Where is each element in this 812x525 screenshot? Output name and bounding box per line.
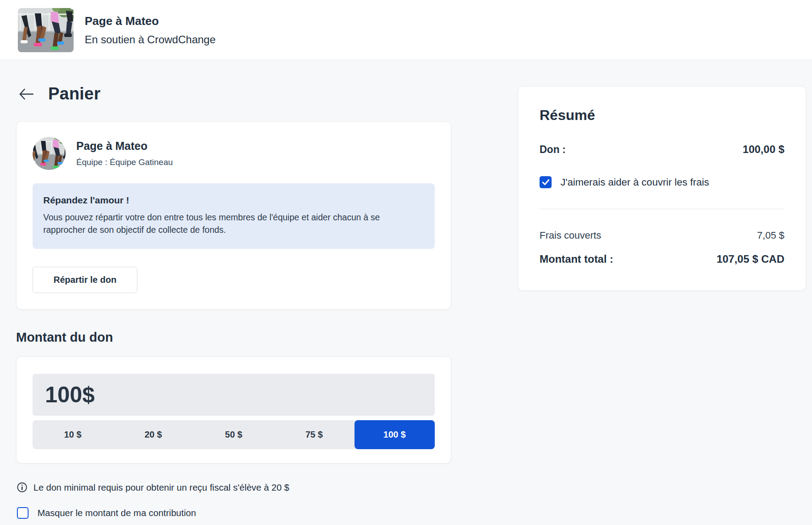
hide-amount-row: Masquer le montant de ma contribution (17, 507, 451, 519)
fundraiser-team: Équipe : Équipe Gatineau (76, 157, 173, 167)
fees-label: Frais couverts (540, 230, 601, 241)
preset-100-button[interactable]: 100 $ (354, 420, 435, 449)
tax-receipt-note-text: Le don minimal requis pour obtenir un re… (33, 482, 289, 493)
campaign-subtitle: En soutien à CrowdChange (85, 33, 216, 46)
cover-fees-checkbox[interactable] (540, 176, 552, 188)
amount-card: 10 $ 20 $ 50 $ 75 $ 100 $ (16, 356, 451, 463)
amount-preset-bar: 10 $ 20 $ 50 $ 75 $ 100 $ (33, 420, 435, 449)
fundraiser-info: Page à Mateo Équipe : Équipe Gatineau (76, 140, 173, 167)
preset-20-button[interactable]: 20 $ (113, 420, 193, 449)
page-title: Panier (48, 84, 100, 103)
preset-75-button[interactable]: 75 $ (274, 420, 354, 449)
cover-fees-label: J'aimerais aider à couvrir les frais (561, 177, 709, 188)
preset-10-button[interactable]: 10 $ (33, 420, 113, 449)
checkmark-icon (542, 179, 549, 185)
fundraiser-name: Page à Mateo (76, 140, 173, 153)
campaign-header-text: Page à Mateo En soutien à CrowdChange (85, 14, 216, 46)
arrow-left-icon (19, 88, 34, 100)
fees-row: Frais couverts 7,05 $ (540, 230, 784, 241)
summary-divider (540, 209, 784, 209)
cart-item-card: Page à Mateo Équipe : Équipe Gatineau Ré… (16, 121, 451, 310)
runners-photo-icon (33, 137, 66, 170)
info-circle-icon (17, 482, 27, 492)
total-row: Montant total : 107,05 $ CAD (540, 253, 784, 265)
cover-fees-row: J'aimerais aider à couvrir les frais (540, 176, 784, 188)
donation-value: 100,00 $ (743, 143, 784, 156)
spread-love-body: Vous pouvez répartir votre don entre tou… (43, 211, 424, 236)
runners-photo-icon (18, 8, 74, 52)
total-label: Montant total : (540, 253, 613, 265)
spread-love-banner: Répandez l'amour ! Vous pouvez répartir … (33, 183, 435, 249)
split-donation-button[interactable]: Répartir le don (33, 267, 137, 293)
fundraiser-avatar (33, 137, 66, 170)
spread-love-title: Répandez l'amour ! (43, 195, 424, 206)
hide-amount-checkbox[interactable] (17, 507, 29, 519)
back-button[interactable] (19, 86, 35, 102)
amount-input[interactable] (33, 374, 435, 416)
amount-section-title: Montant du don (16, 330, 451, 345)
donation-label: Don : (540, 144, 566, 156)
campaign-header: Page à Mateo En soutien à CrowdChange (0, 0, 812, 60)
hide-amount-label: Masquer le montant de ma contribution (37, 508, 196, 518)
campaign-photo (18, 8, 74, 52)
donation-row: Don : 100,00 $ (540, 143, 784, 156)
total-value: 107,05 $ CAD (717, 253, 784, 265)
campaign-title: Page à Mateo (85, 14, 216, 28)
summary-title: Résumé (540, 107, 784, 124)
preset-50-button[interactable]: 50 $ (194, 420, 274, 449)
tax-receipt-note: Le don minimal requis pour obtenir un re… (17, 482, 451, 493)
summary-card: Résumé Don : 100,00 $ J'aimerais aider à… (518, 86, 806, 291)
fees-value: 7,05 $ (757, 230, 784, 241)
